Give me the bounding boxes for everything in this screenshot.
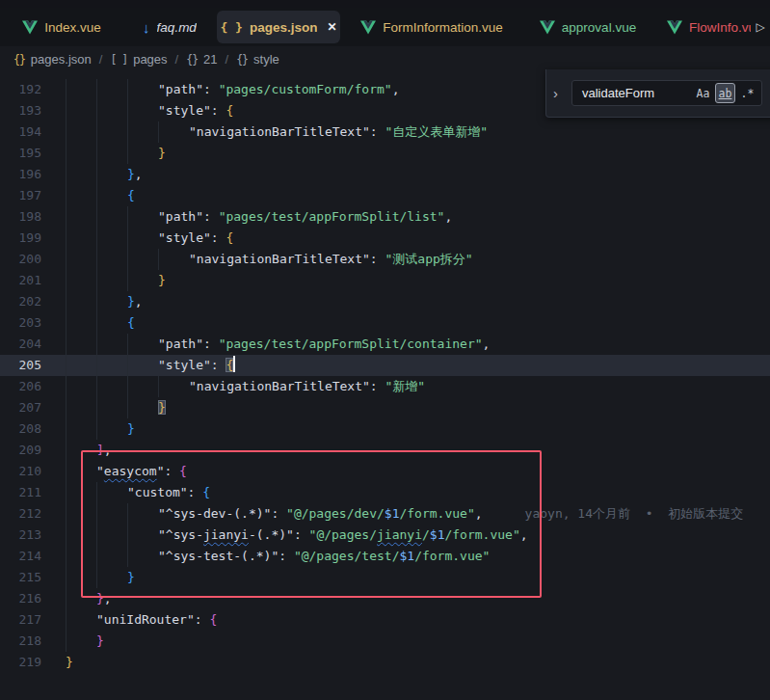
- tab-pages-json[interactable]: { } pages.json ✕: [217, 11, 340, 43]
- code-line[interactable]: 196},: [0, 164, 770, 185]
- code-line[interactable]: 205"style": {: [0, 355, 770, 376]
- line-number[interactable]: 213: [0, 525, 41, 546]
- line-number[interactable]: 193: [0, 100, 41, 121]
- line-number[interactable]: 198: [0, 206, 41, 228]
- code-line[interactable]: 202},: [0, 291, 770, 312]
- tab-index-vue[interactable]: Index.vue: [0, 8, 123, 46]
- code-token: ]: [96, 443, 104, 457]
- indent-guide: [66, 355, 66, 376]
- code-line[interactable]: 212"^sys-dev-(.*)": "@/pages/dev/$1/form…: [0, 503, 770, 525]
- code-line[interactable]: 217"uniIdRouter": {: [0, 609, 770, 631]
- indent-guide: [127, 206, 128, 228]
- code-line[interactable]: 201}: [0, 270, 770, 291]
- line-number[interactable]: 200: [0, 249, 41, 270]
- code-line[interactable]: 194"navigationBarTitleText": "自定义表单新增": [0, 121, 770, 143]
- code-line[interactable]: 200"navigationBarTitleText": "测试app拆分": [0, 249, 770, 270]
- code-line[interactable]: 207}: [0, 397, 770, 418]
- code-line[interactable]: 210"easycom": {: [0, 461, 770, 482]
- tab-overflow-chevron-icon[interactable]: ▷: [751, 8, 770, 46]
- code-editor[interactable]: 192"path": "pages/customForm/form",193"s…: [0, 72, 770, 700]
- code-line[interactable]: 216},: [0, 588, 770, 609]
- title-bar: [0, 0, 770, 8]
- tab-approval-vue[interactable]: approval.vue: [522, 8, 653, 46]
- line-number[interactable]: 192: [0, 79, 41, 100]
- breadcrumb-item-pages[interactable]: [ ] pages: [110, 52, 167, 67]
- line-number[interactable]: 205: [0, 355, 41, 376]
- line-number[interactable]: 208: [0, 418, 41, 440]
- line-number[interactable]: 207: [0, 397, 41, 418]
- code-line[interactable]: 203{: [0, 312, 770, 334]
- indent-guide: [66, 376, 66, 397]
- line-number[interactable]: 215: [0, 567, 41, 588]
- chevron-expand-icon[interactable]: ›: [553, 85, 565, 101]
- indent-guide: [96, 334, 97, 355]
- line-number[interactable]: 197: [0, 185, 41, 206]
- code-token: /form.vue": [399, 506, 474, 521]
- line-number[interactable]: 219: [0, 652, 41, 673]
- line-number[interactable]: 203: [0, 312, 41, 334]
- code-line[interactable]: 195}: [0, 143, 770, 164]
- code-line[interactable]: 208}: [0, 418, 770, 440]
- code-token: ,: [520, 527, 528, 542]
- indent-guide: [66, 228, 66, 249]
- regex-button[interactable]: .*: [737, 83, 757, 103]
- breadcrumb-item-file[interactable]: {} pages.json: [13, 52, 92, 67]
- line-number[interactable]: 206: [0, 376, 41, 397]
- line-number[interactable]: 199: [0, 228, 41, 249]
- indent-guide: [66, 79, 66, 100]
- code-line[interactable]: 219}: [0, 652, 770, 673]
- match-case-button[interactable]: Aa: [693, 83, 713, 103]
- code-token: "navigationBarTitleText":: [189, 379, 385, 393]
- indent-guide: [96, 121, 97, 143]
- code-line[interactable]: 215}: [0, 567, 770, 588]
- line-number[interactable]: 201: [0, 270, 41, 291]
- text-cursor: [233, 356, 235, 372]
- breadcrumb-item-21[interactable]: {} 21: [186, 52, 217, 67]
- line-number[interactable]: 202: [0, 291, 41, 312]
- breadcrumb-label: pages: [133, 52, 167, 67]
- indent-guide: [66, 270, 66, 291]
- code-line[interactable]: 209],: [0, 440, 770, 461]
- line-number[interactable]: 212: [0, 503, 41, 525]
- code-line[interactable]: 206"navigationBarTitleText": "新增": [0, 376, 770, 397]
- find-input[interactable]: validateForm Aa ab .*: [571, 80, 762, 106]
- line-number[interactable]: 209: [0, 440, 41, 461]
- code-line[interactable]: 198"path": "pages/test/appFormSplit/list…: [0, 206, 770, 228]
- code-token: ": [96, 464, 104, 478]
- line-number[interactable]: 194: [0, 121, 41, 143]
- close-icon[interactable]: ✕: [327, 20, 336, 34]
- code-line[interactable]: 214"^sys-test-(.*)": "@/pages/test/$1/fo…: [0, 546, 770, 567]
- code-token: }: [158, 146, 166, 160]
- tab-faq-md[interactable]: ↓ faq.md: [123, 8, 216, 46]
- indent-guide: [66, 121, 66, 143]
- whole-word-button[interactable]: ab: [715, 83, 735, 103]
- code-line[interactable]: 218}: [0, 631, 770, 652]
- line-number[interactable]: 196: [0, 164, 41, 185]
- code-text: }: [0, 652, 770, 673]
- code-token: {: [226, 358, 233, 372]
- code-line[interactable]: 204"path": "pages/test/appFormSplit/cont…: [0, 334, 770, 355]
- tab-label: Index.vue: [44, 20, 101, 35]
- indent-guide: [66, 418, 66, 440]
- line-number[interactable]: 211: [0, 482, 41, 503]
- code-token: "新增": [385, 379, 426, 393]
- line-number[interactable]: 214: [0, 546, 41, 567]
- breadcrumb-item-style[interactable]: {} style: [236, 52, 279, 67]
- line-number[interactable]: 195: [0, 143, 41, 164]
- code-token: easycom: [104, 464, 157, 478]
- tab-label: faq.md: [157, 20, 197, 35]
- code-line[interactable]: 211"custom": {: [0, 482, 770, 503]
- line-number[interactable]: 216: [0, 588, 41, 609]
- line-number[interactable]: 210: [0, 461, 41, 482]
- line-number[interactable]: 204: [0, 334, 41, 355]
- code-line[interactable]: 199"style": {: [0, 228, 770, 249]
- code-line[interactable]: 213"^sys-jianyi-(.*)": "@/pages/jianyi/$…: [0, 525, 770, 546]
- code-token: "@/pages/dev/: [286, 506, 385, 521]
- indent-guide: [96, 546, 97, 567]
- line-number[interactable]: 217: [0, 609, 41, 631]
- line-number[interactable]: 218: [0, 631, 41, 652]
- code-token: }: [96, 591, 104, 606]
- code-line[interactable]: 197{: [0, 185, 770, 206]
- breadcrumb-label: pages.json: [31, 52, 92, 67]
- tab-forminformation-vue[interactable]: FormInformation.vue: [341, 8, 522, 46]
